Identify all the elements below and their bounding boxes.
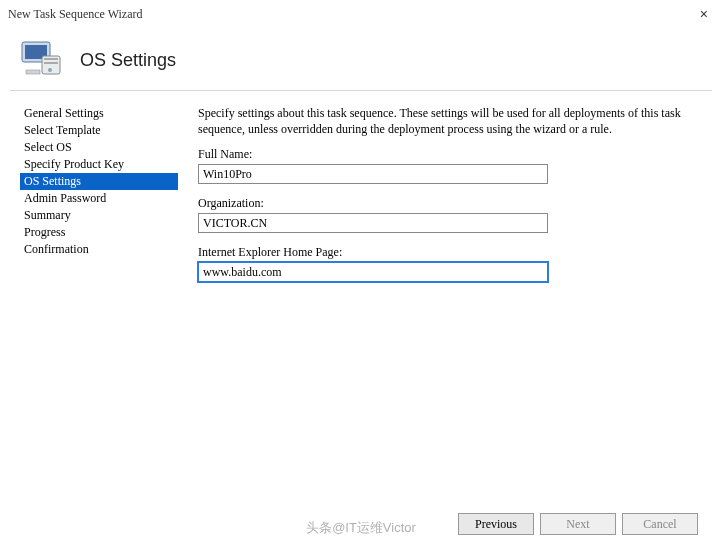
sidebar-item-step[interactable]: Summary <box>20 207 178 224</box>
computer-icon <box>20 40 64 80</box>
sidebar-item-step[interactable]: Specify Product Key <box>20 156 178 173</box>
previous-button[interactable]: Previous <box>458 513 534 535</box>
svg-rect-4 <box>44 62 58 64</box>
organization-label: Organization: <box>198 196 702 211</box>
cancel-button[interactable]: Cancel <box>622 513 698 535</box>
full-name-input[interactable] <box>198 164 548 184</box>
sidebar-item-step[interactable]: Select Template <box>20 122 178 139</box>
ie-home-label: Internet Explorer Home Page: <box>198 245 702 260</box>
close-icon[interactable]: × <box>694 6 714 22</box>
sidebar-item-step[interactable]: Confirmation <box>20 241 178 258</box>
sidebar-item-step[interactable]: General Settings <box>20 105 178 122</box>
watermark-text: 头条@IT运维Victor <box>306 519 416 537</box>
page-title: OS Settings <box>80 50 176 71</box>
titlebar: New Task Sequence Wizard × <box>0 0 722 28</box>
next-button[interactable]: Next <box>540 513 616 535</box>
wizard-header: OS Settings <box>0 28 722 90</box>
full-name-label: Full Name: <box>198 147 702 162</box>
svg-rect-6 <box>26 70 40 74</box>
sidebar-item-step[interactable]: Progress <box>20 224 178 241</box>
content-panel: Specify settings about this task sequenc… <box>198 105 712 471</box>
window-title: New Task Sequence Wizard <box>8 7 694 22</box>
ie-home-input[interactable] <box>198 262 548 282</box>
sidebar-item-step[interactable]: Admin Password <box>20 190 178 207</box>
svg-point-5 <box>48 68 52 72</box>
description-text: Specify settings about this task sequenc… <box>198 105 702 137</box>
organization-input[interactable] <box>198 213 548 233</box>
sidebar-item-step[interactable]: Select OS <box>20 139 178 156</box>
wizard-buttons: Previous Next Cancel <box>458 513 698 535</box>
wizard-steps-sidebar: General SettingsSelect TemplateSelect OS… <box>20 105 178 471</box>
svg-rect-3 <box>44 58 58 60</box>
sidebar-item-step[interactable]: OS Settings <box>20 173 178 190</box>
